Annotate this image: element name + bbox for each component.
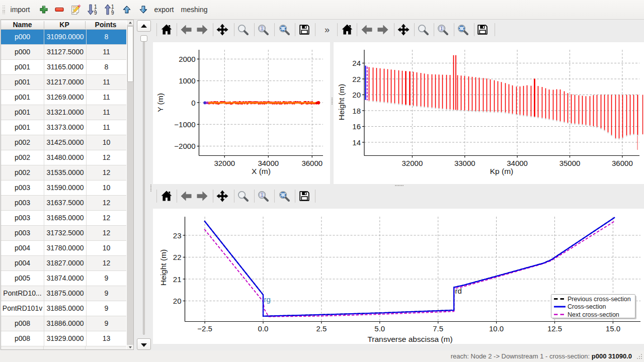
svg-text:7.5: 7.5 bbox=[433, 324, 443, 333]
svg-text:22: 22 bbox=[173, 253, 182, 261]
svg-text:Kp (m): Kp (m) bbox=[490, 167, 514, 175]
svg-text:2000: 2000 bbox=[179, 55, 195, 63]
svg-text:34000: 34000 bbox=[507, 159, 528, 167]
svg-text:34000: 34000 bbox=[258, 159, 279, 167]
svg-text:10.0: 10.0 bbox=[489, 324, 504, 333]
svg-text:36000: 36000 bbox=[612, 159, 633, 167]
svg-text:Previous cross-section: Previous cross-section bbox=[568, 296, 631, 303]
svg-text:20: 20 bbox=[352, 90, 361, 99]
svg-text:0: 0 bbox=[191, 99, 195, 107]
svg-text:X (m): X (m) bbox=[252, 167, 271, 175]
svg-text:1: 1 bbox=[440, 26, 443, 31]
svg-text:9: 9 bbox=[111, 10, 114, 15]
svg-text:5.0: 5.0 bbox=[374, 324, 385, 333]
svg-text:35000: 35000 bbox=[559, 159, 581, 167]
svg-text:23: 23 bbox=[173, 231, 182, 240]
svg-text:0.0: 0.0 bbox=[258, 324, 269, 333]
svg-text:14: 14 bbox=[352, 138, 361, 147]
svg-text:21: 21 bbox=[173, 275, 182, 284]
svg-text:24: 24 bbox=[352, 59, 361, 67]
svg-text:18: 18 bbox=[352, 107, 361, 115]
svg-text:rg: rg bbox=[264, 295, 271, 304]
svg-text:Height (m): Height (m) bbox=[159, 249, 168, 286]
svg-text:15.0: 15.0 bbox=[606, 324, 620, 333]
svg-text:2.5: 2.5 bbox=[316, 324, 327, 333]
svg-text:33000: 33000 bbox=[454, 159, 475, 167]
svg-text:1: 1 bbox=[111, 4, 114, 10]
svg-text:Y (m): Y (m) bbox=[156, 93, 165, 112]
svg-text:9: 9 bbox=[94, 10, 97, 15]
svg-text:20: 20 bbox=[173, 297, 182, 305]
svg-text:1: 1 bbox=[261, 26, 263, 31]
svg-text:−2.5: −2.5 bbox=[197, 324, 212, 333]
svg-text:32000: 32000 bbox=[214, 159, 235, 167]
svg-text:Transverse abscissa (m): Transverse abscissa (m) bbox=[367, 335, 452, 343]
svg-text:1: 1 bbox=[261, 192, 263, 198]
svg-text:32000: 32000 bbox=[402, 159, 423, 167]
svg-text:Height (m): Height (m) bbox=[337, 84, 346, 120]
svg-text:22: 22 bbox=[352, 75, 361, 83]
svg-text:12.5: 12.5 bbox=[547, 324, 562, 333]
svg-text:−2000: −2000 bbox=[174, 142, 195, 150]
svg-text:1: 1 bbox=[94, 4, 97, 10]
svg-text:Next cross-section: Next cross-section bbox=[568, 311, 619, 318]
svg-text:36000: 36000 bbox=[301, 159, 323, 167]
svg-text:−1000: −1000 bbox=[174, 120, 195, 129]
svg-text:Cross-section: Cross-section bbox=[568, 303, 606, 310]
svg-text:rd: rd bbox=[455, 287, 462, 295]
svg-text:1000: 1000 bbox=[179, 76, 195, 85]
svg-text:16: 16 bbox=[352, 122, 361, 131]
